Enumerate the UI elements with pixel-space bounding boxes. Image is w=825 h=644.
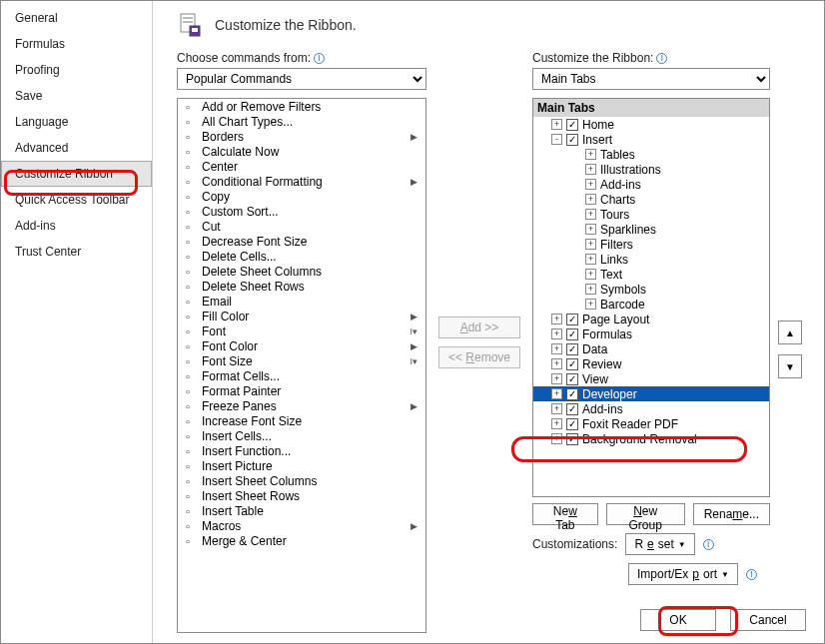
remove-button[interactable]: << Remove [438, 346, 520, 368]
tree-tab[interactable]: +✓Home [533, 117, 769, 132]
expander-icon[interactable]: + [585, 149, 596, 160]
expander-icon[interactable]: + [585, 164, 596, 175]
sidebar-item-quick-access-toolbar[interactable]: Quick Access Toolbar [1, 187, 152, 213]
command-item[interactable]: ▫Conditional Formatting▶ [178, 174, 425, 189]
expander-icon[interactable]: + [551, 433, 562, 444]
customize-ribbon-combo[interactable]: Main Tabs [532, 68, 770, 90]
checkbox[interactable]: ✓ [566, 119, 578, 131]
info-icon[interactable]: i [656, 53, 667, 64]
expander-icon[interactable]: + [551, 358, 562, 369]
command-item[interactable]: ▫All Chart Types... [178, 114, 425, 129]
command-item[interactable]: ▫Increase Font Size [178, 413, 425, 428]
command-item[interactable]: ▫Delete Cells... [178, 249, 425, 264]
tree-tab[interactable]: +✓Developer [533, 386, 769, 401]
command-item[interactable]: ▫Merge & Center [178, 533, 425, 548]
checkbox[interactable]: ✓ [566, 314, 578, 325]
tree-group[interactable]: +Barcode [533, 297, 769, 312]
command-item[interactable]: ▫Macros▶ [178, 518, 425, 533]
expander-icon[interactable]: + [585, 179, 596, 190]
tree-tab[interactable]: +✓Add-ins [533, 401, 769, 416]
move-up-button[interactable]: ▲ [778, 321, 802, 344]
expander-icon[interactable]: + [551, 388, 562, 399]
checkbox[interactable]: ✓ [566, 328, 578, 340]
checkbox[interactable]: ✓ [566, 388, 578, 400]
expander-icon[interactable]: + [585, 284, 596, 295]
command-item[interactable]: ▫Email [178, 294, 425, 309]
expander-icon[interactable]: + [585, 299, 596, 310]
ok-button[interactable]: OK [640, 609, 716, 631]
command-item[interactable]: ▫Delete Sheet Columns [178, 264, 425, 279]
sidebar-item-trust-center[interactable]: Trust Center [1, 239, 152, 265]
tree-tab[interactable]: -✓Insert [533, 132, 769, 147]
tree-group[interactable]: +Links [533, 252, 769, 267]
tree-group[interactable]: +Add-ins [533, 177, 769, 192]
checkbox[interactable]: ✓ [566, 134, 578, 146]
commands-list[interactable]: ▫Add or Remove Filters▫All Chart Types..… [177, 98, 426, 633]
tree-tab[interactable]: +✓View [533, 371, 769, 386]
expander-icon[interactable]: + [585, 269, 596, 280]
sidebar-item-formulas[interactable]: Formulas [1, 31, 152, 57]
command-item[interactable]: ▫Cut [178, 219, 425, 234]
expander-icon[interactable]: + [585, 194, 596, 205]
tree-group[interactable]: +Sparklines [533, 222, 769, 237]
sidebar-item-add-ins[interactable]: Add-ins [1, 213, 152, 239]
command-item[interactable]: ▫Font SizeI▾ [178, 353, 425, 368]
sidebar-item-language[interactable]: Language [1, 109, 152, 135]
expander-icon[interactable]: + [551, 119, 562, 130]
expander-icon[interactable]: + [551, 418, 562, 429]
command-item[interactable]: ▫Center [178, 159, 425, 174]
command-item[interactable]: ▫Insert Table [178, 503, 425, 518]
checkbox[interactable]: ✓ [566, 403, 578, 415]
tree-group[interactable]: +Tables [533, 147, 769, 162]
command-item[interactable]: ▫Insert Sheet Columns [178, 473, 425, 488]
command-item[interactable]: ▫Insert Function... [178, 443, 425, 458]
tree-group[interactable]: +Text [533, 267, 769, 282]
import-export-button[interactable]: Import/Export ▼ [628, 563, 738, 585]
checkbox[interactable]: ✓ [566, 358, 578, 370]
command-item[interactable]: ▫FontI▾ [178, 323, 425, 338]
add-button[interactable]: Add >> [438, 317, 520, 338]
sidebar-item-save[interactable]: Save [1, 83, 152, 109]
tree-group[interactable]: +Filters [533, 237, 769, 252]
tree-tab[interactable]: +✓Background Removal [533, 431, 769, 446]
expander-icon[interactable]: + [585, 209, 596, 220]
tree-group[interactable]: +Illustrations [533, 162, 769, 177]
command-item[interactable]: ▫Add or Remove Filters [178, 99, 425, 114]
tree-tab[interactable]: +✓Page Layout [533, 312, 769, 326]
command-item[interactable]: ▫Calculate Now [178, 144, 425, 159]
tree-tab[interactable]: +✓Data [533, 341, 769, 356]
tree-group[interactable]: +Symbols [533, 282, 769, 297]
expander-icon[interactable]: + [551, 343, 562, 354]
expander-icon[interactable]: + [551, 328, 562, 339]
sidebar-item-proofing[interactable]: Proofing [1, 57, 152, 83]
tree-group[interactable]: +Tours [533, 207, 769, 222]
sidebar-item-customize-ribbon[interactable]: Customize Ribbon [1, 161, 152, 187]
expander-icon[interactable]: + [585, 239, 596, 250]
checkbox[interactable]: ✓ [566, 433, 578, 445]
tree-tab[interactable]: +✓Formulas [533, 326, 769, 341]
command-item[interactable]: ▫Fill Color▶ [178, 309, 425, 323]
command-item[interactable]: ▫Delete Sheet Rows [178, 279, 425, 294]
expander-icon[interactable]: + [551, 403, 562, 414]
expander-icon[interactable]: + [551, 373, 562, 384]
command-item[interactable]: ▫Borders▶ [178, 129, 425, 144]
command-item[interactable]: ▫Format Cells... [178, 368, 425, 383]
command-item[interactable]: ▫Font Color▶ [178, 338, 425, 353]
command-item[interactable]: ▫Decrease Font Size [178, 234, 425, 249]
checkbox[interactable]: ✓ [566, 343, 578, 355]
sidebar-item-advanced[interactable]: Advanced [1, 135, 152, 161]
command-item[interactable]: ▫Format Painter [178, 383, 425, 398]
command-item[interactable]: ▫Custom Sort... [178, 204, 425, 219]
rename-button[interactable]: Rename... [693, 503, 770, 525]
info-icon[interactable]: i [314, 53, 325, 64]
reset-button[interactable]: Reset ▼ [625, 533, 694, 555]
move-down-button[interactable]: ▼ [778, 354, 802, 378]
ribbon-tree[interactable]: Main Tabs+✓Home-✓Insert+Tables+Illustrat… [532, 98, 770, 497]
new-group-button[interactable]: New Group [606, 503, 685, 525]
info-icon[interactable]: i [746, 569, 757, 580]
new-tab-button[interactable]: New Tab [532, 503, 598, 525]
expander-icon[interactable]: + [585, 254, 596, 265]
expander-icon[interactable]: + [551, 314, 562, 324]
tree-group[interactable]: +Charts [533, 192, 769, 207]
expander-icon[interactable]: - [551, 134, 562, 145]
